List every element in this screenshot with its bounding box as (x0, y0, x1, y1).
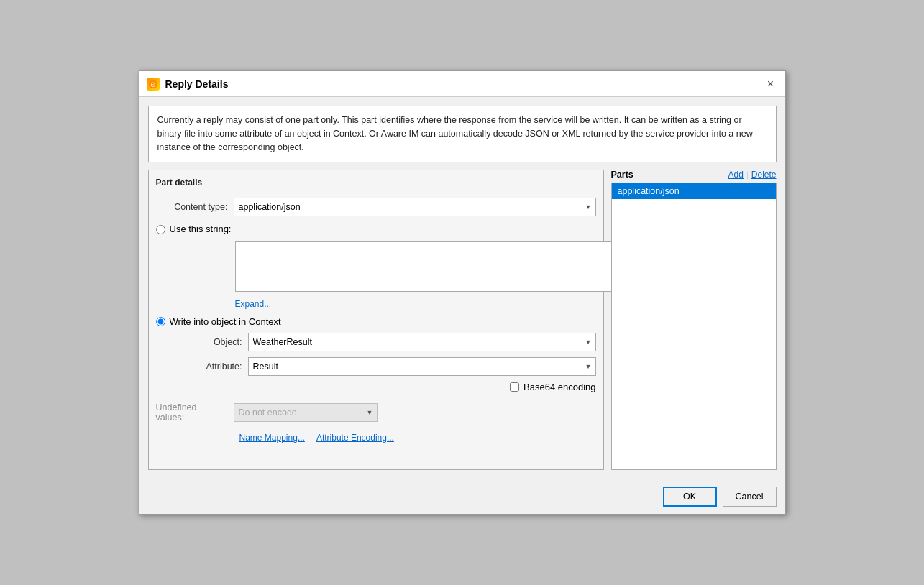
title-bar: ⚙ Reply Details × (139, 71, 785, 97)
write-object-label[interactable]: Write into object in Context (170, 316, 281, 327)
undefined-select[interactable]: Do not encode Encode as null Encode as e… (234, 403, 378, 422)
part-details-label: Part details (156, 178, 596, 188)
write-fields: Object: WeatherResult Attribute: (170, 333, 596, 392)
string-textarea[interactable] (235, 241, 675, 292)
info-text: Currently a reply may consist of one par… (157, 115, 753, 152)
attribute-select-wrapper: Result (248, 357, 596, 376)
write-object-radio[interactable] (156, 317, 165, 326)
title-bar-left: ⚙ Reply Details (147, 78, 229, 91)
object-label: Object: (170, 337, 242, 347)
add-part-button[interactable]: Add (728, 170, 744, 180)
name-mapping-link[interactable]: Name Mapping... (239, 433, 305, 443)
parts-panel: Parts Add | Delete application/json (611, 170, 777, 470)
use-string-label[interactable]: Use this string: (170, 224, 232, 234)
attribute-select[interactable]: Result (248, 357, 596, 376)
content-type-label: Content type: (156, 202, 228, 212)
undefined-values-label: Undefined values: (156, 402, 228, 423)
content-type-select[interactable]: application/json text/plain application/… (234, 198, 596, 216)
dialog-icon: ⚙ (147, 78, 160, 91)
object-select[interactable]: WeatherResult (248, 333, 596, 351)
dialog-footer: OK Cancel (139, 479, 785, 514)
parts-label: Parts (611, 170, 633, 180)
attribute-label: Attribute: (170, 361, 242, 372)
base64-checkbox[interactable] (510, 382, 519, 392)
object-select-wrapper: WeatherResult (248, 333, 596, 351)
object-row: Object: WeatherResult (170, 333, 596, 351)
part-details-panel: Part details Content type: application/j… (148, 170, 604, 470)
close-button[interactable]: × (764, 77, 778, 91)
write-radio-row: Write into object in Context (156, 316, 596, 327)
parts-header: Parts Add | Delete (611, 170, 777, 180)
parts-list-item[interactable]: application/json (612, 183, 776, 199)
info-box: Currently a reply may consist of one par… (148, 106, 777, 162)
attribute-row: Attribute: Result (170, 357, 596, 376)
attribute-encoding-link[interactable]: Attribute Encoding... (316, 433, 394, 443)
use-string-radio[interactable] (156, 225, 165, 234)
undefined-select-wrapper: Do not encode Encode as null Encode as e… (234, 403, 378, 422)
svg-text:⚙: ⚙ (150, 81, 156, 88)
dialog-body: Currently a reply may consist of one par… (139, 97, 785, 478)
write-section: Write into object in Context Object: Wea… (156, 316, 596, 392)
undefined-values-row: Undefined values: Do not encode Encode a… (156, 402, 596, 423)
parts-list: application/json (611, 183, 777, 470)
cancel-button[interactable]: Cancel (723, 487, 777, 507)
main-row: Part details Content type: application/j… (148, 170, 777, 470)
base64-row: Base64 encoding (170, 382, 596, 392)
ok-button[interactable]: OK (663, 487, 717, 507)
use-string-row: Use this string: (156, 224, 596, 234)
content-type-row: Content type: application/json text/plai… (156, 198, 596, 216)
base64-label[interactable]: Base64 encoding (523, 382, 595, 392)
dialog-title: Reply Details (165, 78, 229, 90)
delete-part-button[interactable]: Delete (751, 170, 777, 180)
content-type-select-wrapper: application/json text/plain application/… (234, 198, 596, 216)
expand-link[interactable]: Expand... (235, 299, 596, 309)
links-row: Name Mapping... Attribute Encoding... (156, 433, 596, 443)
reply-details-dialog: ⚙ Reply Details × Currently a reply may … (139, 70, 786, 514)
